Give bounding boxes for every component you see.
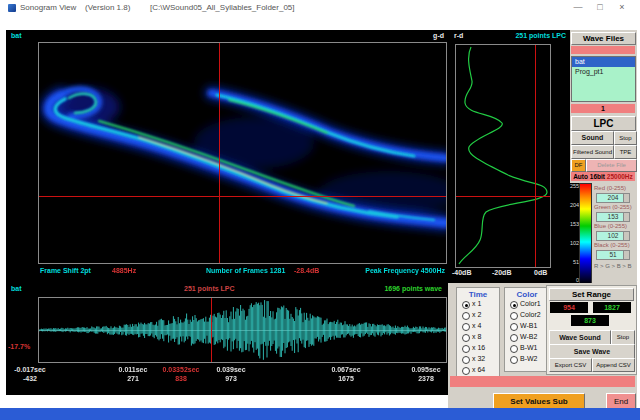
radio-icon	[510, 334, 518, 342]
time-tick: 0.011sec271	[111, 365, 155, 383]
time-tick-cursor: 0.03352sec838	[159, 365, 203, 383]
radio-icon	[462, 334, 470, 342]
waveform-cursor-vline[interactable]	[211, 298, 212, 362]
green-threshold-field[interactable]: 153	[596, 212, 630, 222]
colorbar-tick: 102	[570, 240, 579, 246]
radio-icon	[462, 301, 470, 309]
df-button[interactable]: DF	[571, 159, 586, 172]
window-version: (Version 1.8)	[85, 3, 130, 12]
color-order-label: R > G > B > B	[594, 263, 632, 269]
time-option[interactable]: x 16	[462, 343, 499, 354]
append-csv-button[interactable]: Append CSV	[592, 358, 635, 372]
time-tick: 0.039sec973	[209, 365, 253, 383]
time-option[interactable]: x 32	[462, 354, 499, 365]
list-item[interactable]: Prog_pt1	[572, 67, 635, 77]
delete-file-button[interactable]: Delete File	[586, 159, 637, 172]
radio-icon	[462, 312, 470, 320]
right-control-column: Wave Files bat Prog_pt1 1 LPC Sound Stop…	[570, 30, 637, 283]
list-item[interactable]: bat	[572, 57, 635, 67]
blue-threshold-label: Blue (0-255)	[594, 223, 627, 229]
lpc-spectrum-panel: r-d 251 points LPC -40dB -20dB 0dB	[448, 30, 570, 283]
waveform-lpc-label: 251 points LPC	[184, 285, 235, 292]
waveform-plot[interactable]	[38, 297, 447, 363]
time-option[interactable]: x 64	[462, 365, 499, 376]
status-bar	[450, 376, 635, 387]
window-titlebar: Sonogram View (Version 1.8) [C:\WSound05…	[0, 0, 640, 16]
blue-threshold-field[interactable]: 102	[596, 231, 630, 241]
spectrogram-corner-label: g-d	[433, 32, 444, 39]
time-tick: 0.067sec1675	[324, 365, 368, 383]
lpc-cursor-hline[interactable]	[456, 196, 550, 197]
maximize-icon[interactable]: □	[590, 1, 610, 14]
spectrogram-image	[39, 43, 446, 263]
color-option[interactable]: B-W2	[510, 354, 549, 365]
window-path: [C:\WSound05_All_Syllables_Folder_05]	[150, 3, 295, 12]
time-option[interactable]: x 2	[462, 310, 499, 321]
spinner-icon[interactable]	[623, 213, 629, 221]
color-option[interactable]: Color1	[510, 299, 549, 310]
lpc-points-label: 251 points LPC	[515, 32, 566, 39]
time-option[interactable]: x 8	[462, 332, 499, 343]
range-end-field[interactable]: 1827	[593, 302, 631, 313]
tpe-button[interactable]: TPE	[614, 145, 637, 159]
green-threshold-label: Green (0-255)	[594, 204, 632, 210]
stop-button[interactable]: Stop	[614, 131, 637, 145]
minimize-icon[interactable]: —	[568, 1, 588, 14]
num-frames-label: Number of Frames 1281	[206, 267, 285, 274]
time-option[interactable]: x 4	[462, 321, 499, 332]
color-option[interactable]: W-B1	[510, 321, 549, 332]
save-wave-button[interactable]: Save Wave	[549, 344, 635, 359]
spinner-icon[interactable]	[623, 232, 629, 240]
radio-icon	[462, 356, 470, 364]
time-option[interactable]: x 1	[462, 299, 499, 310]
wave-files-bar	[571, 46, 635, 54]
wave-stop-button[interactable]: Stop	[611, 330, 635, 345]
color-mode-group: Color Color1 Color2 W-B1 W-B2 B-W1 B-W2	[504, 287, 550, 372]
colorbar-labels: 255 204 153 102 51 0	[570, 183, 579, 283]
export-csv-button[interactable]: Export CSV	[549, 358, 592, 372]
colorbar-tick: 255	[570, 183, 579, 189]
color-option[interactable]: B-W1	[510, 343, 549, 354]
set-range-group: Set Range 954 1827 873 Wave Sound Stop S…	[546, 285, 637, 375]
spectrogram-file-label: bat	[11, 32, 22, 39]
taskbar[interactable]	[0, 408, 640, 420]
spinner-icon[interactable]	[623, 194, 629, 202]
lpc-cursor-vline[interactable]	[535, 45, 536, 267]
lpc-spectrum-plot[interactable]	[455, 44, 551, 268]
color-option[interactable]: Color2	[510, 310, 549, 321]
spectrogram-cursor-hline[interactable]	[39, 196, 446, 197]
window-title: Sonogram View	[20, 3, 76, 12]
sound-button[interactable]: Sound	[571, 131, 614, 145]
lpc-section-header: LPC	[571, 116, 636, 131]
wave-file-list[interactable]: bat Prog_pt1	[571, 56, 636, 102]
close-icon[interactable]: ×	[612, 1, 632, 14]
range-start-field[interactable]: 954	[550, 302, 588, 313]
radio-icon	[462, 367, 470, 375]
filtered-sound-button[interactable]: Filtered Sound	[571, 145, 614, 159]
time-zoom-group: Time x 1 x 2 x 4 x 8 x 16 x 32 x 64	[456, 287, 500, 383]
spectrogram-panel: bat g-d 15000Hz 13125Hz 11250Hz 9375Hz 7…	[6, 30, 448, 283]
color-option[interactable]: W-B2	[510, 332, 549, 343]
waveform-file-label: bat	[11, 285, 22, 292]
spinner-icon[interactable]	[623, 251, 629, 259]
black-threshold-label: Black (0-255)	[594, 242, 630, 248]
black-threshold-field[interactable]: 51	[596, 250, 630, 260]
color-group-title: Color	[505, 290, 549, 299]
time-tick: 0.095sec2378	[404, 365, 448, 383]
color-scale-gradient	[579, 183, 592, 285]
radio-icon	[510, 323, 518, 331]
lpc-corner-label: r-d	[454, 32, 463, 39]
waveform-panel: bat 251 points LPC 1696 points wave -17.…	[6, 283, 448, 395]
spectrogram-plot[interactable]	[38, 42, 447, 264]
red-threshold-field[interactable]: 204	[596, 193, 630, 203]
wave-sound-button[interactable]: Wave Sound	[549, 330, 611, 345]
spectrogram-cursor-vline[interactable]	[219, 43, 220, 263]
wave-files-header: Wave Files	[571, 32, 636, 45]
file-count-bar: 1	[571, 104, 635, 113]
radio-icon	[462, 345, 470, 353]
waveform-trace	[39, 300, 446, 360]
red-threshold-label: Red (0-255)	[594, 185, 626, 191]
cursor-freq-value: 4885Hz	[112, 267, 136, 274]
waveform-points-label: 1696 points wave	[384, 285, 442, 292]
bottom-control-panel: Time x 1 x 2 x 4 x 8 x 16 x 32 x 64 Colo…	[448, 283, 637, 408]
